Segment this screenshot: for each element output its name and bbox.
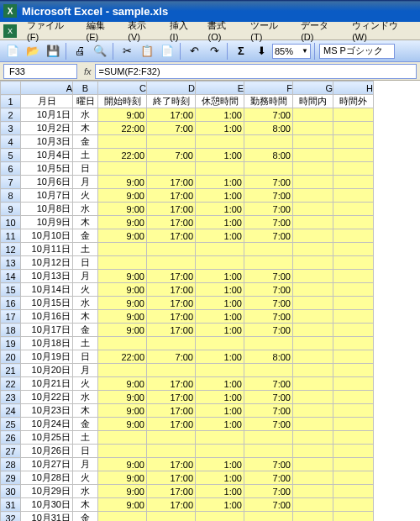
menu-edit[interactable]: 編集(E) [81, 18, 122, 44]
cell[interactable]: 1:00 [196, 471, 244, 485]
font-selector[interactable]: MS Pゴシック [319, 44, 395, 59]
cell[interactable]: 月日 [21, 95, 73, 108]
cell[interactable] [333, 445, 374, 458]
cell[interactable]: 1:00 [196, 485, 244, 498]
cell[interactable]: 木 [73, 122, 98, 135]
cell[interactable]: 7:00 [244, 229, 293, 243]
cell[interactable] [293, 364, 333, 377]
cell[interactable]: 10月15日 [21, 297, 73, 310]
cell[interactable] [244, 337, 293, 350]
cell[interactable]: 金 [73, 135, 98, 149]
cell[interactable]: 17:00 [147, 418, 196, 431]
cell[interactable] [244, 162, 293, 176]
cell[interactable]: 1:00 [196, 324, 244, 337]
cell[interactable]: 22:00 [98, 122, 147, 135]
col-header-E[interactable]: E [196, 82, 244, 95]
cell[interactable]: 10月25日 [21, 431, 73, 445]
cell[interactable]: 10月1日 [21, 108, 73, 122]
cell[interactable]: 10月20日 [21, 364, 73, 377]
cell[interactable]: 時間外 [333, 95, 374, 108]
cell[interactable]: 7:00 [244, 404, 293, 418]
cell[interactable] [244, 135, 293, 149]
cell[interactable] [333, 270, 374, 283]
name-box[interactable]: F33 [3, 64, 77, 79]
col-header-H[interactable]: H [333, 82, 374, 95]
cell[interactable]: 水 [73, 297, 98, 310]
cell[interactable]: 9:00 [98, 229, 147, 243]
cell[interactable]: 10月18日 [21, 337, 73, 350]
cell[interactable]: 10月4日 [21, 149, 73, 162]
row-header[interactable]: 28 [1, 458, 21, 471]
row-header[interactable]: 13 [1, 256, 21, 270]
cell[interactable]: 金 [73, 512, 98, 522]
cell[interactable] [333, 283, 374, 297]
cell[interactable]: 金 [73, 418, 98, 431]
row-header[interactable]: 8 [1, 189, 21, 203]
cell[interactable] [293, 135, 333, 149]
cell[interactable] [293, 471, 333, 485]
cell[interactable]: 9:00 [98, 297, 147, 310]
cell[interactable] [333, 458, 374, 471]
cell[interactable] [333, 108, 374, 122]
cell[interactable]: 17:00 [147, 471, 196, 485]
cell[interactable] [293, 445, 333, 458]
cell[interactable]: 7:00 [244, 324, 293, 337]
cell[interactable]: 9:00 [98, 471, 147, 485]
cell[interactable]: 10月10日 [21, 229, 73, 243]
cell[interactable]: 10月3日 [21, 135, 73, 149]
cell[interactable] [333, 297, 374, 310]
cell[interactable]: 7:00 [244, 216, 293, 229]
cell[interactable] [147, 135, 196, 149]
cell[interactable]: 月 [73, 364, 98, 377]
cell[interactable] [333, 229, 374, 243]
copy-icon[interactable]: 📋 [138, 42, 156, 61]
cell[interactable]: 1:00 [196, 270, 244, 283]
cell[interactable]: 金 [73, 229, 98, 243]
cell[interactable] [293, 485, 333, 498]
cell[interactable] [293, 189, 333, 203]
cell[interactable]: 1:00 [196, 189, 244, 203]
cell[interactable] [293, 270, 333, 283]
row-header[interactable]: 23 [1, 391, 21, 404]
cell[interactable] [333, 324, 374, 337]
row-header[interactable]: 22 [1, 377, 21, 391]
cell[interactable]: 火 [73, 283, 98, 297]
cell[interactable]: 9:00 [98, 418, 147, 431]
cell[interactable] [98, 135, 147, 149]
row-header[interactable]: 4 [1, 135, 21, 149]
cell[interactable]: 木 [73, 216, 98, 229]
cell[interactable]: 10月7日 [21, 189, 73, 203]
cell[interactable]: 7:00 [244, 391, 293, 404]
cell[interactable]: 水 [73, 203, 98, 216]
cell[interactable]: 10月24日 [21, 418, 73, 431]
cell[interactable]: 9:00 [98, 391, 147, 404]
cell[interactable]: 10月31日 [21, 512, 73, 522]
row-header[interactable]: 15 [1, 283, 21, 297]
cell[interactable] [293, 203, 333, 216]
row-header[interactable]: 29 [1, 471, 21, 485]
cell[interactable] [333, 337, 374, 350]
save-icon[interactable]: 💾 [44, 42, 62, 61]
cell[interactable]: 9:00 [98, 216, 147, 229]
cell[interactable] [196, 337, 244, 350]
cell[interactable] [293, 229, 333, 243]
cell[interactable]: 火 [73, 471, 98, 485]
cell[interactable]: 7:00 [244, 108, 293, 122]
cell[interactable] [147, 337, 196, 350]
cell[interactable]: 10月12日 [21, 256, 73, 270]
col-header-D[interactable]: D [147, 82, 196, 95]
cell[interactable]: 月 [73, 458, 98, 471]
print-icon[interactable]: 🖨 [71, 42, 89, 61]
cell[interactable] [293, 458, 333, 471]
cell[interactable]: 火 [73, 189, 98, 203]
cell[interactable]: 17:00 [147, 229, 196, 243]
cell[interactable]: 7:00 [244, 498, 293, 512]
cell[interactable] [293, 391, 333, 404]
fx-icon[interactable]: fx [81, 66, 95, 76]
preview-icon[interactable]: 🔍 [91, 42, 109, 61]
cell[interactable]: 水 [73, 108, 98, 122]
undo-icon[interactable]: ↶ [185, 42, 203, 61]
row-header[interactable]: 16 [1, 297, 21, 310]
cell[interactable] [293, 350, 333, 364]
new-icon[interactable]: 📄 [3, 42, 22, 61]
